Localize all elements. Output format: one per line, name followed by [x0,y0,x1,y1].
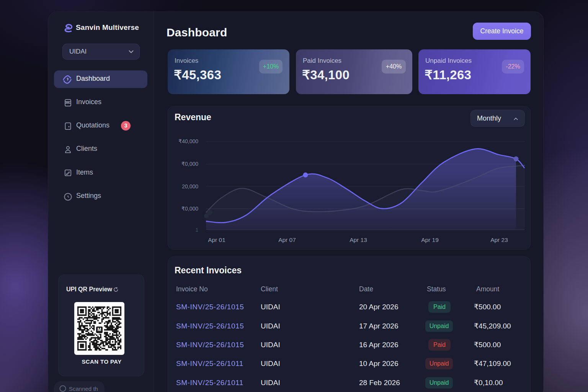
svg-text:Apr 07: Apr 07 [278,237,296,243]
svg-text:20,000: 20,000 [182,183,198,189]
svg-text:₹0,000: ₹0,000 [181,206,198,212]
svg-text:Apr 19: Apr 19 [421,237,439,243]
svg-text:Apr 23: Apr 23 [490,237,508,243]
svg-text:₹40,000: ₹40,000 [178,138,198,144]
svg-text:Apr 13: Apr 13 [350,237,367,243]
svg-text:1: 1 [196,227,198,233]
svg-text:Apr 01: Apr 01 [208,237,225,243]
svg-text:₹0,000: ₹0,000 [181,161,198,167]
